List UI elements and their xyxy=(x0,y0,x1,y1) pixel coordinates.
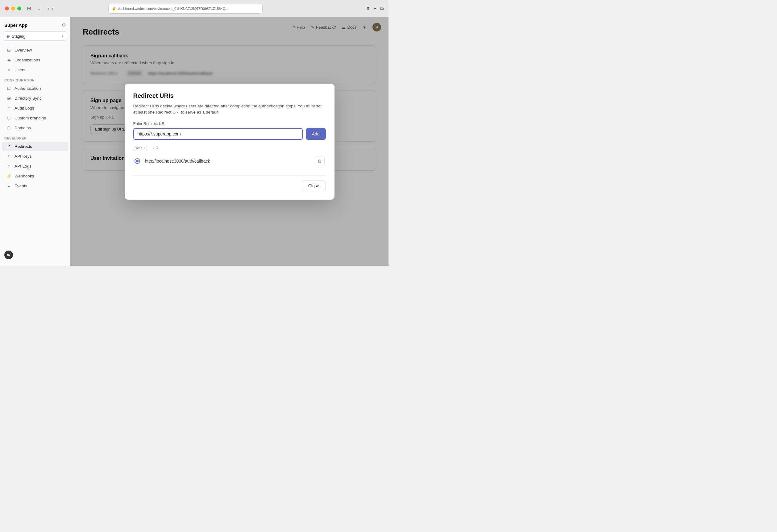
events-icon: ≡ xyxy=(6,183,12,188)
developer-section-label: DEVELOPER xyxy=(0,133,70,141)
env-label: Staging xyxy=(12,34,60,38)
workos-logo xyxy=(4,250,13,259)
default-radio-button[interactable] xyxy=(134,158,140,164)
sidebar-header: Super App ⚙ xyxy=(0,21,70,31)
modal-desc: Redirect URIs decide where users are dir… xyxy=(133,103,326,116)
share-button[interactable]: ⬆ xyxy=(366,6,370,11)
environment-selector[interactable]: ◈ Staging ▾ xyxy=(3,31,67,41)
sidebar-item-label: Authentication xyxy=(14,86,41,91)
back-button[interactable]: ‹ xyxy=(46,5,50,12)
sidebar-item-label: Events xyxy=(14,184,27,188)
modal-footer: Close xyxy=(133,175,326,191)
sidebar-item-label: Custom branding xyxy=(14,116,46,120)
add-button[interactable]: Add xyxy=(306,128,326,140)
sidebar-item-label: Audit Logs xyxy=(14,106,34,110)
custom-branding-icon: ⊙ xyxy=(6,115,12,120)
sidebar-item-users[interactable]: ○ Users xyxy=(2,65,68,74)
users-icon: ○ xyxy=(6,67,12,72)
uri-row: http://localhost:3000/auth/callback xyxy=(133,153,326,169)
sidebar-item-label: Users xyxy=(14,68,25,72)
url-text: dashboard.workos.com/environment_01HKNCZ… xyxy=(118,7,228,10)
sidebar: Super App ⚙ ◈ Staging ▾ ⊞ Overview ◈ Org… xyxy=(0,17,70,266)
sidebar-item-label: API Logs xyxy=(14,164,31,169)
sidebar-item-directory-sync[interactable]: ◉ Directory Sync xyxy=(2,94,68,103)
redirects-icon: ↗ xyxy=(6,144,12,149)
sidebar-item-label: Organizations xyxy=(14,58,40,62)
sidebar-item-overview[interactable]: ⊞ Overview xyxy=(2,45,68,55)
sidebar-item-events[interactable]: ≡ Events xyxy=(2,181,68,190)
uri-value: http://localhost:3000/auth/callback xyxy=(145,158,310,164)
forward-button[interactable]: › xyxy=(51,5,55,12)
chevron-down-icon[interactable]: ⌄ xyxy=(36,5,42,12)
sidebar-item-label: API Keys xyxy=(14,154,32,158)
sidebar-footer xyxy=(0,247,70,262)
default-column-header: Default xyxy=(134,146,147,150)
new-tab-button[interactable]: + xyxy=(374,6,376,11)
radio-inner xyxy=(136,160,138,162)
domains-icon: ⊕ xyxy=(6,125,12,130)
delete-uri-button[interactable] xyxy=(315,156,325,166)
trash-icon xyxy=(318,159,322,163)
sidebar-item-label: Domains xyxy=(14,126,31,130)
modal-title: Redirect URIs xyxy=(133,92,326,99)
api-logs-icon: ≡ xyxy=(6,164,12,169)
api-keys-icon: ⌑ xyxy=(6,154,12,158)
organizations-icon: ◈ xyxy=(6,58,12,62)
app-name: Super App xyxy=(4,22,27,28)
close-button[interactable]: Close xyxy=(302,181,326,191)
app-layout: Super App ⚙ ◈ Staging ▾ ⊞ Overview ◈ Org… xyxy=(0,17,388,266)
uri-table-header: Default URI xyxy=(133,146,326,150)
webhooks-icon: ⚡ xyxy=(6,174,12,178)
chevron-down-icon: ▾ xyxy=(62,34,64,38)
traffic-lights xyxy=(5,6,21,10)
sidebar-item-label: Overview xyxy=(14,48,32,52)
uri-column-header: URI xyxy=(153,146,159,150)
sidebar-item-authentication[interactable]: ⊡ Authentication xyxy=(2,84,68,93)
sidebar-item-api-keys[interactable]: ⌑ API Keys xyxy=(2,151,68,161)
sidebar-item-label: Directory Sync xyxy=(14,96,42,101)
sidebar-item-domains[interactable]: ⊕ Domains xyxy=(2,123,68,132)
browser-chrome: ⊟ ⌄ ‹ › 🔒 dashboard.workos.com/environme… xyxy=(0,0,388,17)
sidebar-item-label: Redirects xyxy=(14,144,32,149)
sidebar-item-organizations[interactable]: ◈ Organizations xyxy=(2,55,68,65)
authentication-icon: ⊡ xyxy=(6,86,12,91)
audit-logs-icon: ≡ xyxy=(6,106,12,110)
address-bar[interactable]: 🔒 dashboard.workos.com/environment_01HKN… xyxy=(108,4,262,14)
minimize-traffic-light[interactable] xyxy=(11,6,15,10)
main-content: ? Help ✎ Feedback? ☰ Docs ☀ P Redirects … xyxy=(70,17,388,266)
redirect-uri-input[interactable] xyxy=(133,128,303,140)
env-icon: ◈ xyxy=(6,34,10,38)
configuration-section-label: CONFIGURATION xyxy=(0,75,70,83)
gear-icon[interactable]: ⚙ xyxy=(62,22,66,28)
sidebar-item-label: Webhooks xyxy=(14,174,34,178)
directory-sync-icon: ◉ xyxy=(6,96,12,101)
lock-icon: 🔒 xyxy=(112,6,116,10)
sidebar-toggle-button[interactable]: ⊟ xyxy=(25,5,33,12)
modal-overlay[interactable]: Redirect URIs Redirect URIs decide where… xyxy=(70,17,388,266)
tabs-button[interactable]: ⧉ xyxy=(380,6,383,11)
sidebar-item-redirects[interactable]: ↗ Redirects xyxy=(2,142,68,151)
overview-icon: ⊞ xyxy=(6,47,12,52)
modal-input-row: Add xyxy=(133,128,326,140)
redirect-uris-modal: Redirect URIs Redirect URIs decide where… xyxy=(125,84,334,200)
sidebar-item-webhooks[interactable]: ⚡ Webhooks xyxy=(2,171,68,181)
maximize-traffic-light[interactable] xyxy=(17,6,21,10)
sidebar-item-custom-branding[interactable]: ⊙ Custom branding xyxy=(2,113,68,122)
close-traffic-light[interactable] xyxy=(5,6,9,10)
modal-input-label: Enter Redirect URI xyxy=(133,122,326,126)
sidebar-item-audit-logs[interactable]: ≡ Audit Logs xyxy=(2,103,68,113)
browser-actions: ⬆ + ⧉ xyxy=(366,6,383,11)
sidebar-item-api-logs[interactable]: ≡ API Logs xyxy=(2,162,68,171)
